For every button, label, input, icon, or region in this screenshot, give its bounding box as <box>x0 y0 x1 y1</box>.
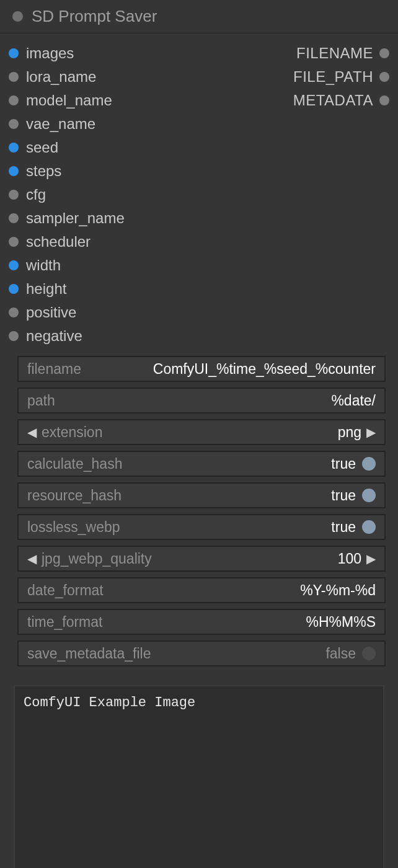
input-lora-name[interactable]: lora_name <box>9 69 125 84</box>
chevron-right-icon[interactable]: ▶ <box>366 552 376 565</box>
widget-label: calculate_hash <box>27 457 122 471</box>
widget-value: %H%M%S <box>306 615 376 629</box>
widget-label: filename <box>27 362 81 376</box>
widget-label: save_metadata_file <box>27 647 151 661</box>
widget-label: resource_hash <box>27 489 122 503</box>
input-label: model_name <box>26 93 112 108</box>
output-label: FILENAME <box>296 46 373 61</box>
socket-icon[interactable] <box>9 237 19 247</box>
socket-icon[interactable] <box>9 260 19 270</box>
input-label: images <box>26 46 74 61</box>
input-label: vae_name <box>26 117 95 131</box>
socket-icon[interactable] <box>9 284 19 294</box>
input-seed[interactable]: seed <box>9 140 125 155</box>
socket-icon[interactable] <box>9 72 19 82</box>
node-sd-prompt-saver: SD Prompt Saver images lora_name model_n… <box>0 0 398 868</box>
widget-label: path <box>27 394 55 408</box>
socket-icon[interactable] <box>9 143 19 153</box>
socket-icon[interactable] <box>9 331 19 341</box>
widget-time-format[interactable]: time_format %H%M%S <box>17 609 386 635</box>
output-label: METADATA <box>293 93 373 108</box>
toggle-indicator-icon[interactable] <box>362 457 376 471</box>
input-label: width <box>26 258 61 273</box>
input-height[interactable]: height <box>9 281 125 296</box>
input-label: sampler_name <box>26 211 125 226</box>
widget-value: true <box>331 489 356 503</box>
widget-value: ComfyUI_%time_%seed_%counter <box>81 362 376 376</box>
widget-value: png <box>338 425 361 440</box>
socket-icon[interactable] <box>9 190 19 200</box>
input-label: seed <box>26 140 58 155</box>
input-label: positive <box>26 305 76 320</box>
input-images[interactable]: images <box>9 46 125 61</box>
socket-icon[interactable] <box>9 166 19 176</box>
widget-resource-hash[interactable]: resource_hash true <box>17 482 386 508</box>
chevron-right-icon[interactable]: ▶ <box>366 426 376 438</box>
widgets-column: filename ComfyUI_%time_%seed_%counter pa… <box>0 351 398 676</box>
socket-icon[interactable] <box>379 72 389 82</box>
input-label: cfg <box>26 187 46 202</box>
widget-label: extension <box>42 425 102 440</box>
socket-icon[interactable] <box>379 95 389 105</box>
toggle-indicator-icon[interactable] <box>362 489 376 502</box>
widget-value: false <box>325 647 356 661</box>
widget-extension[interactable]: ◀ extension png ▶ <box>17 419 386 445</box>
node-collapse-dot-icon[interactable] <box>12 11 23 22</box>
widget-lossless-webp[interactable]: lossless_webp true <box>17 514 386 540</box>
input-scheduler[interactable]: scheduler <box>9 234 125 249</box>
widget-label: time_format <box>27 615 102 629</box>
widget-value: %date/ <box>331 394 376 408</box>
input-cfg[interactable]: cfg <box>9 187 125 202</box>
input-positive[interactable]: positive <box>9 305 125 320</box>
input-model-name[interactable]: model_name <box>9 93 125 108</box>
input-label: lora_name <box>26 69 96 84</box>
toggle-indicator-icon[interactable] <box>362 647 376 660</box>
widget-value: %Y-%m-%d <box>300 583 376 598</box>
toggle-indicator-icon[interactable] <box>362 520 376 534</box>
textarea-content: ComfyUI Example Image <box>24 695 195 711</box>
widget-path[interactable]: path %date/ <box>17 388 386 414</box>
input-vae-name[interactable]: vae_name <box>9 117 125 131</box>
socket-icon[interactable] <box>9 95 19 105</box>
widget-calculate-hash[interactable]: calculate_hash true <box>17 451 386 477</box>
input-label: scheduler <box>26 234 91 249</box>
input-steps[interactable]: steps <box>9 164 125 179</box>
chevron-left-icon[interactable]: ◀ <box>27 552 37 565</box>
input-label: height <box>26 281 66 296</box>
input-label: steps <box>26 164 61 179</box>
widget-label: jpg_webp_quality <box>42 552 152 566</box>
widget-filename[interactable]: filename ComfyUI_%time_%seed_%counter <box>17 356 386 382</box>
widget-label: date_format <box>27 583 104 598</box>
input-sampler-name[interactable]: sampler_name <box>9 211 125 226</box>
input-width[interactable]: width <box>9 258 125 273</box>
widget-value: true <box>331 520 356 534</box>
input-negative[interactable]: negative <box>9 329 125 343</box>
output-filename[interactable]: FILENAME <box>296 46 389 61</box>
widget-value: 100 <box>338 552 361 566</box>
node-titlebar[interactable]: SD Prompt Saver <box>0 0 398 33</box>
input-label: negative <box>26 329 82 343</box>
widget-value: true <box>331 457 356 471</box>
outputs-column: FILENAME FILE_PATH METADATA <box>293 46 389 108</box>
widget-jpg-webp-quality[interactable]: ◀ jpg_webp_quality 100 ▶ <box>17 546 386 572</box>
widget-save-metadata-file[interactable]: save_metadata_file false <box>17 640 386 666</box>
widget-date-format[interactable]: date_format %Y-%m-%d <box>17 577 386 603</box>
socket-icon[interactable] <box>9 48 19 58</box>
widget-label: lossless_webp <box>27 520 120 534</box>
inputs-column: images lora_name model_name vae_name see… <box>9 46 125 343</box>
chevron-left-icon[interactable]: ◀ <box>27 426 37 438</box>
socket-icon[interactable] <box>9 308 19 317</box>
socket-icon[interactable] <box>9 119 19 129</box>
socket-icon[interactable] <box>9 213 19 223</box>
output-label: FILE_PATH <box>293 69 373 84</box>
socket-icon[interactable] <box>379 48 389 58</box>
io-area: images lora_name model_name vae_name see… <box>0 33 398 351</box>
output-file-path[interactable]: FILE_PATH <box>293 69 389 84</box>
prompt-text-area[interactable]: ComfyUI Example Image <box>14 685 384 868</box>
node-title: SD Prompt Saver <box>32 7 157 26</box>
output-metadata[interactable]: METADATA <box>293 93 389 108</box>
